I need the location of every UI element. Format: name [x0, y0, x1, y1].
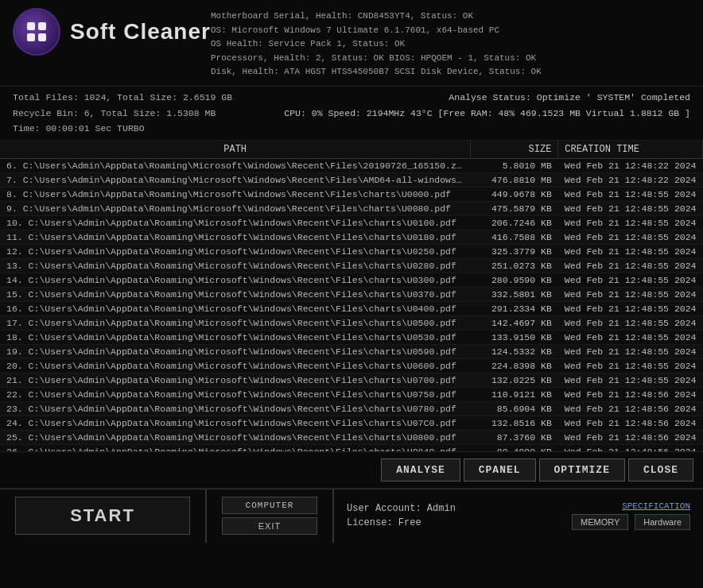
- table-cell-size: 476.8810 MB: [471, 172, 558, 187]
- table-cell-path: 21. C:\Users\Admin\AppData\Roaming\Micro…: [0, 373, 471, 387]
- table-cell-date: Wed Feb 21 12:48:55 2024: [558, 215, 703, 230]
- recycle-bin-stat: Recycle Bin: 6, Total Size: 1.5308 MB: [13, 106, 216, 122]
- table-cell-path: 16. C:\Users\Admin\AppData\Roaming\Micro…: [0, 301, 471, 315]
- table-cell-path: 6. C:\Users\Admin\AppData\Roaming\Micros…: [0, 158, 471, 172]
- table-cell-size: 325.3779 KB: [471, 244, 558, 258]
- computer-button[interactable]: COMPUTER: [222, 497, 317, 514]
- table-row: 13. C:\Users\Admin\AppData\Roaming\Micro…: [0, 258, 703, 273]
- table-cell-size: 332.5801 KB: [471, 287, 558, 301]
- hardware-button[interactable]: Hardware: [635, 514, 690, 530]
- table-cell-path: 14. C:\Users\Admin\AppData\Roaming\Micro…: [0, 273, 471, 287]
- table-cell-date: Wed Feb 21 12:48:22 2024: [558, 158, 703, 172]
- memory-button[interactable]: MEMORY: [572, 514, 628, 530]
- info-row-2: Recycle Bin: 6, Total Size: 1.5308 MB CP…: [13, 106, 690, 122]
- file-table-container[interactable]: PATH SIZE CREATION TIME 6. C:\Users\Admi…: [0, 141, 703, 452]
- table-cell-size: 132.0225 KB: [471, 373, 558, 387]
- header: Soft Cleaner Motherboard Serial, Health:…: [0, 0, 703, 87]
- table-row: 11. C:\Users\Admin\AppData\Roaming\Micro…: [0, 230, 703, 244]
- svg-rect-1: [38, 22, 46, 30]
- close-button[interactable]: CLOSE: [628, 458, 693, 482]
- app-title: Soft Cleaner: [70, 19, 211, 44]
- table-cell-path: 20. C:\Users\Admin\AppData\Roaming\Micro…: [0, 358, 471, 373]
- table-cell-size: 124.5332 KB: [471, 344, 558, 358]
- sysinfo-line3: OS Health: Service Pack 1, Status: OK: [211, 37, 690, 52]
- table-cell-path: 7. C:\Users\Admin\AppData\Roaming\Micros…: [0, 172, 471, 187]
- table-cell-date: Wed Feb 21 12:48:55 2024: [558, 330, 703, 344]
- table-row: 6. C:\Users\Admin\AppData\Roaming\Micros…: [0, 158, 703, 172]
- optimize-button[interactable]: OPTIMIZE: [539, 458, 625, 482]
- analyse-button[interactable]: ANALYSE: [381, 458, 460, 482]
- table-cell-path: 23. C:\Users\Admin\AppData\Roaming\Micro…: [0, 401, 471, 416]
- table-row: 15. C:\Users\Admin\AppData\Roaming\Micro…: [0, 287, 703, 301]
- table-cell-date: Wed Feb 21 12:48:55 2024: [558, 230, 703, 244]
- table-row: 22. C:\Users\Admin\AppData\Roaming\Micro…: [0, 387, 703, 401]
- table-row: 25. C:\Users\Admin\AppData\Roaming\Micro…: [0, 430, 703, 444]
- table-cell-size: 132.8516 KB: [471, 416, 558, 430]
- table-cell-path: 18. C:\Users\Admin\AppData\Roaming\Micro…: [0, 330, 471, 344]
- action-buttons: ANALYSE CPANEL OPTIMIZE CLOSE: [0, 452, 703, 489]
- table-cell-date: Wed Feb 21 12:48:55 2024: [558, 287, 703, 301]
- footer: START COMPUTER EXIT User Account: Admin …: [0, 489, 703, 543]
- table-cell-date: Wed Feb 21 12:48:56 2024: [558, 387, 703, 401]
- table-cell-path: 26. C:\Users\Admin\AppData\Roaming\Micro…: [0, 444, 471, 452]
- specification-link[interactable]: SPECIFICATION: [622, 501, 690, 511]
- col-size: SIZE: [471, 141, 558, 159]
- table-cell-size: 224.8398 KB: [471, 358, 558, 373]
- col-path: PATH: [0, 141, 471, 159]
- svg-rect-3: [38, 33, 46, 41]
- table-cell-date: Wed Feb 21 12:48:55 2024: [558, 258, 703, 273]
- table-cell-path: 25. C:\Users\Admin\AppData\Roaming\Micro…: [0, 430, 471, 444]
- table-cell-size: 85.6904 KB: [471, 401, 558, 416]
- table-cell-date: Wed Feb 21 12:48:55 2024: [558, 358, 703, 373]
- app-logo-icon: [13, 8, 60, 56]
- table-row: 12. C:\Users\Admin\AppData\Roaming\Micro…: [0, 244, 703, 258]
- table-cell-path: 12. C:\Users\Admin\AppData\Roaming\Micro…: [0, 244, 471, 258]
- table-cell-size: 142.4697 KB: [471, 315, 558, 330]
- cpanel-button[interactable]: CPANEL: [464, 458, 536, 482]
- system-info: Motherboard Serial, Health: CND8453YT4, …: [211, 8, 690, 79]
- analyse-status: Analyse Status: Optimize ' SYSTEM' Compl…: [449, 90, 690, 106]
- sysinfo-line5: Disk, Health: ATA HGST HTS545050B7 SCSI …: [211, 65, 690, 79]
- table-cell-size: 251.0273 KB: [471, 258, 558, 273]
- user-account: User Account: Admin: [347, 503, 546, 514]
- start-button[interactable]: START: [15, 497, 190, 535]
- table-row: 23. C:\Users\Admin\AppData\Roaming\Micro…: [0, 401, 703, 416]
- table-row: 19. C:\Users\Admin\AppData\Roaming\Micro…: [0, 344, 703, 358]
- table-cell-date: Wed Feb 21 12:48:22 2024: [558, 172, 703, 187]
- spec-area: SPECIFICATION MEMORY Hardware: [559, 489, 703, 543]
- table-cell-size: 5.8010 MB: [471, 158, 558, 172]
- table-cell-date: Wed Feb 21 12:48:56 2024: [558, 416, 703, 430]
- table-row: 17. C:\Users\Admin\AppData\Roaming\Micro…: [0, 315, 703, 330]
- table-row: 14. C:\Users\Admin\AppData\Roaming\Micro…: [0, 273, 703, 287]
- table-cell-size: 87.3760 KB: [471, 430, 558, 444]
- table-cell-path: 22. C:\Users\Admin\AppData\Roaming\Micro…: [0, 387, 471, 401]
- exit-button[interactable]: EXIT: [222, 517, 317, 535]
- start-button-area: START: [0, 489, 207, 543]
- user-info-area: User Account: Admin License: Free: [334, 489, 559, 543]
- table-cell-size: 133.9150 KB: [471, 330, 558, 344]
- table-cell-date: Wed Feb 21 12:48:56 2024: [558, 401, 703, 416]
- table-cell-path: 15. C:\Users\Admin\AppData\Roaming\Micro…: [0, 287, 471, 301]
- table-cell-size: 449.9678 KB: [471, 187, 558, 201]
- table-cell-date: Wed Feb 21 12:48:56 2024: [558, 430, 703, 444]
- table-cell-date: Wed Feb 21 12:48:55 2024: [558, 201, 703, 215]
- col-date: CREATION TIME: [558, 141, 703, 159]
- table-cell-path: 17. C:\Users\Admin\AppData\Roaming\Micro…: [0, 315, 471, 330]
- total-files-stat: Total Files: 1024, Total Size: 2.6519 GB: [13, 90, 232, 106]
- table-row: 21. C:\Users\Admin\AppData\Roaming\Micro…: [0, 373, 703, 387]
- table-cell-date: Wed Feb 21 12:48:55 2024: [558, 373, 703, 387]
- user-account-value: Admin: [427, 503, 456, 514]
- table-cell-date: Wed Feb 21 12:48:55 2024: [558, 315, 703, 330]
- table-row: 9. C:\Users\Admin\AppData\Roaming\Micros…: [0, 201, 703, 215]
- table-cell-date: Wed Feb 21 12:48:55 2024: [558, 344, 703, 358]
- table-row: 18. C:\Users\Admin\AppData\Roaming\Micro…: [0, 330, 703, 344]
- table-row: 16. C:\Users\Admin\AppData\Roaming\Micro…: [0, 301, 703, 315]
- sysinfo-line2: OS: Microsoft Windows 7 Ultimate 6.1.760…: [211, 24, 690, 38]
- table-cell-size: 416.7588 KB: [471, 230, 558, 244]
- table-row: 26. C:\Users\Admin\AppData\Roaming\Micro…: [0, 444, 703, 452]
- time-stat: Time: 00:00:01 Sec TURBO: [13, 121, 690, 137]
- app-container: Soft Cleaner Motherboard Serial, Health:…: [0, 0, 703, 543]
- table-cell-date: Wed Feb 21 12:48:55 2024: [558, 187, 703, 201]
- table-row: 8. C:\Users\Admin\AppData\Roaming\Micros…: [0, 187, 703, 201]
- info-row-1: Total Files: 1024, Total Size: 2.6519 GB…: [13, 90, 690, 106]
